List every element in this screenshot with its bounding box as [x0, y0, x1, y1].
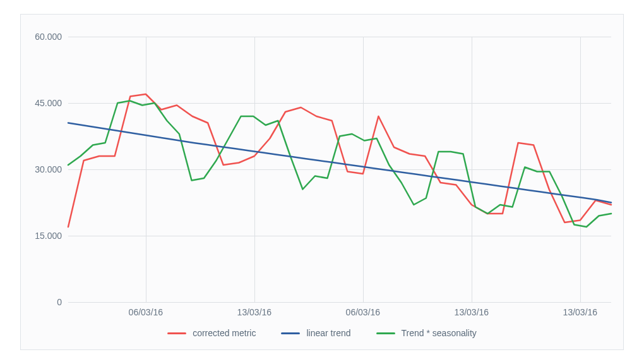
series-corrected-metric [68, 94, 611, 227]
y-tick-label: 30.000 [24, 164, 62, 174]
gridline-h [68, 302, 611, 303]
x-tick-label: 06/03/16 [129, 307, 164, 317]
legend-swatch [167, 332, 186, 334]
legend-label: corrected metric [193, 328, 256, 338]
legend-swatch [376, 332, 395, 334]
chart-lines [68, 37, 611, 302]
plot-area: 60.000 45.000 30.000 15.000 0 06/03/16 1… [68, 37, 611, 302]
y-tick-label: 60.000 [24, 32, 62, 42]
x-tick-label: 06/03/16 [346, 307, 381, 317]
legend-label: Trend * seasonality [402, 328, 477, 338]
x-tick-label: 13/03/16 [455, 307, 489, 317]
legend-item-linear-trend: linear trend [281, 328, 350, 338]
legend-swatch [281, 332, 300, 334]
legend-item-trend-seasonality: Trend * seasonality [376, 328, 477, 338]
series-linear-trend [68, 123, 611, 203]
y-tick-label: 45.000 [24, 98, 62, 108]
y-tick-label: 15.000 [24, 231, 62, 241]
legend-item-corrected-metric: corrected metric [167, 328, 256, 338]
y-tick-label: 0 [24, 297, 62, 307]
legend: corrected metric linear trend Trend * se… [21, 328, 623, 338]
x-tick-label: 13/03/16 [563, 307, 598, 317]
x-tick-label: 13/03/16 [237, 307, 272, 317]
chart-frame: 60.000 45.000 30.000 15.000 0 06/03/16 1… [20, 14, 624, 350]
legend-label: linear trend [306, 328, 350, 338]
